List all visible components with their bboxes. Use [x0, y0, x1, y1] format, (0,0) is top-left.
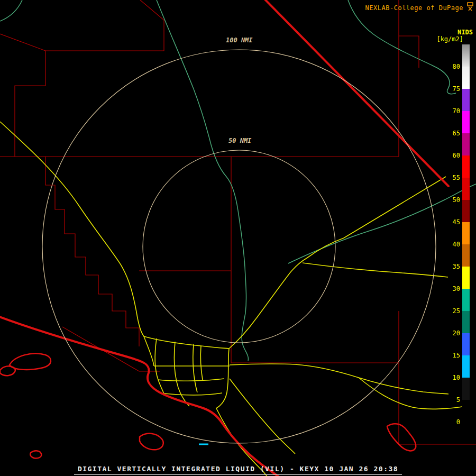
island — [140, 434, 163, 450]
highway — [216, 349, 229, 408]
county-line-segment — [15, 51, 98, 157]
colorbar-band-35 — [462, 244, 470, 267]
county-line-segment — [0, 34, 45, 51]
cod-logo-icon — [466, 2, 474, 14]
highway — [230, 364, 448, 394]
range-rings — [42, 50, 436, 443]
colorbar-tick-0: 0 — [456, 418, 460, 426]
colorbar-band-70 — [462, 89, 470, 111]
colorbar-labels: 80757065605550454035302520151050 — [439, 44, 460, 427]
range-ring-100nmi — [42, 50, 436, 443]
colorbar-tick-50: 50 — [453, 196, 460, 204]
colorbar-band-20 — [462, 311, 470, 333]
island-outlines — [0, 353, 416, 458]
radar-display: 100 NMI 50 NMI NEXLAB-College of DuPage … — [0, 0, 476, 476]
colorbar-tick-70: 70 — [453, 107, 460, 115]
range-ring-label-100nmi: 100 NMI — [224, 36, 254, 44]
colorbar-band-5 — [462, 378, 470, 400]
colorbar-band-15 — [462, 333, 470, 355]
highway — [303, 263, 448, 277]
highway — [229, 177, 446, 349]
range-ring-50nmi — [143, 150, 335, 343]
colorbar-band-65 — [462, 111, 470, 133]
colorbar-band-55 — [462, 155, 470, 178]
county-line-segment — [45, 157, 139, 346]
highway — [164, 393, 222, 395]
product-caption: DIGITAL VERTICALLY INTEGRATED LIQUID (VI… — [0, 465, 476, 473]
county-borders — [0, 0, 476, 444]
colorbar-tick-5: 5 — [456, 396, 460, 404]
colorbar-band-10 — [462, 355, 470, 378]
colorbar-band-50 — [462, 178, 470, 200]
product-code-label: NIDS — [457, 29, 473, 36]
colorbar-tick-15: 15 — [453, 352, 460, 359]
rivers — [0, 0, 476, 361]
colorbar-band-30 — [462, 267, 470, 289]
island — [10, 353, 51, 370]
colorbar-bands — [462, 44, 470, 422]
colorbar-tick-65: 65 — [453, 130, 460, 137]
colorbar-tick-75: 75 — [453, 85, 460, 93]
state-border-and-coastline — [0, 0, 448, 476]
highway — [144, 336, 229, 349]
highways — [0, 122, 465, 476]
range-ring-label-50nmi: 50 NMI — [227, 137, 253, 144]
colorbar-band-0 — [462, 400, 470, 422]
footer-underline — [74, 474, 402, 475]
island — [387, 424, 416, 451]
units-label: [kg/m2] — [436, 35, 463, 43]
highway — [155, 338, 165, 396]
colorbar-band-45 — [462, 200, 470, 222]
highway — [0, 122, 144, 336]
colorbar-tick-25: 25 — [453, 307, 460, 315]
colorbar-tick-80: 80 — [453, 63, 460, 70]
river — [0, 0, 22, 21]
map-overlay — [0, 0, 476, 476]
colorbar-tick-45: 45 — [453, 218, 460, 226]
colorbar-tick-35: 35 — [453, 263, 460, 270]
highway — [230, 379, 295, 454]
highway — [200, 346, 203, 380]
colorbar-tick-10: 10 — [453, 374, 460, 381]
colorbar-tick-55: 55 — [453, 174, 460, 181]
colorbar-tick-20: 20 — [453, 329, 460, 337]
county-line-segment — [399, 36, 419, 68]
colorbar-tick-40: 40 — [453, 241, 460, 248]
river — [157, 0, 248, 361]
colorbar-band-25 — [462, 289, 470, 311]
island — [0, 366, 15, 376]
island — [30, 451, 41, 458]
highway — [144, 336, 154, 366]
colorbar-tick-60: 60 — [453, 152, 460, 159]
county-line-segment — [98, 0, 164, 51]
highway — [174, 342, 189, 406]
colorbar-band-60 — [462, 133, 470, 155]
state-line-nevada — [263, 0, 448, 186]
colorbar-band-75 — [462, 67, 470, 89]
brand-text: NEXLAB-College of DuPage — [365, 4, 463, 12]
colorbar-band-40 — [462, 222, 470, 244]
highway — [193, 344, 197, 392]
highway — [158, 379, 224, 381]
colorbar-tick-30: 30 — [453, 285, 460, 292]
colorbar-band-80 — [462, 44, 470, 67]
